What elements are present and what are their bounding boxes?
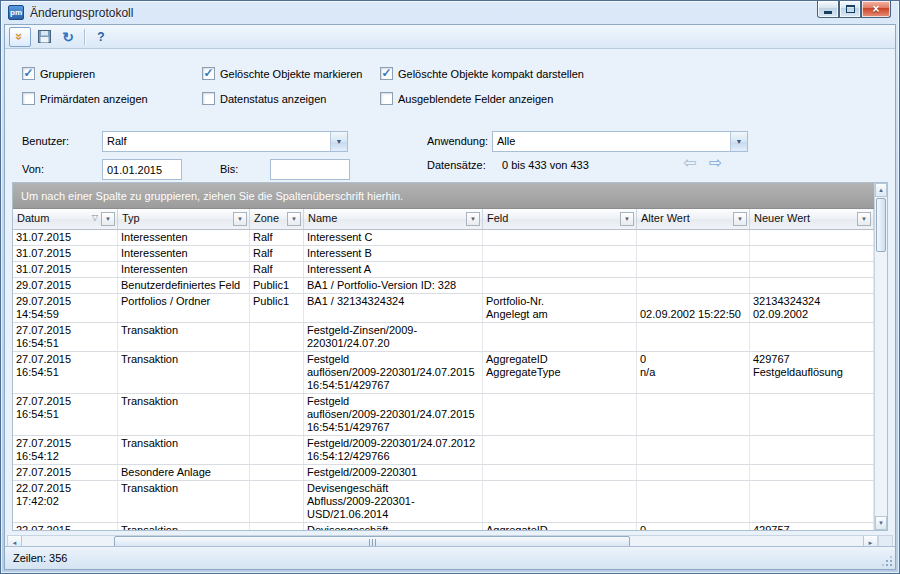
scroll-down-icon[interactable]: ▼ <box>875 516 887 530</box>
cell-zone <box>250 465 304 480</box>
checkbox-datenstatus-anzeigen[interactable]: Datenstatus anzeigen <box>202 92 380 105</box>
to-date-input[interactable] <box>270 159 350 180</box>
chevron-down-icon[interactable]: ▼ <box>730 132 747 151</box>
checkbox-gruppieren[interactable]: ✓Gruppieren <box>22 67 202 80</box>
cell-datum: 29.07.2015 14:54:59 <box>13 294 118 322</box>
column-header-name[interactable]: Name▼ <box>304 209 483 229</box>
checkbox-ausgeblendete-felder-anzeigen[interactable]: Ausgeblendete Felder anzeigen <box>380 92 885 105</box>
cell-datum: 31.07.2015 16:46:02 <box>13 262 118 277</box>
thumb-grip-icon <box>372 539 373 546</box>
help-icon: ? <box>97 30 104 44</box>
column-header-zone[interactable]: Zone▼ <box>250 209 304 229</box>
close-button[interactable]: × <box>861 1 891 18</box>
filter-panel: ✓Gruppieren✓Gelöschte Objekte markieren✓… <box>5 49 895 182</box>
group-by-bar[interactable]: Um nach einer Spalte zu gruppieren, zieh… <box>13 183 874 209</box>
cell-typ: Besondere Anlage <box>118 465 250 480</box>
table-row[interactable]: 27.07.2015 16:54:11Besondere AnlageFestg… <box>13 465 874 481</box>
cell-name: BA1 / 32134324324 <box>304 294 483 322</box>
from-label: Von: <box>22 163 44 175</box>
checkbox-label: Gelöschte Objekte kompakt darstellen <box>398 68 584 80</box>
cell-neuer <box>750 278 874 293</box>
cell-zone: Ralf <box>250 230 304 245</box>
cell-neuer <box>750 246 874 261</box>
cell-feld <box>483 465 637 480</box>
filter-dropdown-datum[interactable]: ▼ <box>101 212 115 226</box>
window-title: Änderungsprotokoll <box>30 6 133 20</box>
cell-datum: 27.07.2015 16:54:12 <box>13 436 118 464</box>
cell-zone: Ralf <box>250 262 304 277</box>
checkbox-label: Datenstatus anzeigen <box>220 93 326 105</box>
column-header-alter[interactable]: Alter Wert▼ <box>637 209 750 229</box>
table-row[interactable]: 22.07.2015 17:42:02TransaktionDevisenges… <box>13 523 874 530</box>
filter-dropdown-zone[interactable]: ▼ <box>287 212 301 226</box>
cell-zone <box>250 323 304 351</box>
cell-name: Festgeld-Zinsen/2009-220301/24.07.20 15 … <box>304 323 483 351</box>
from-date-input[interactable] <box>102 159 182 180</box>
cell-feld <box>483 230 637 245</box>
filter-dropdown-feld[interactable]: ▼ <box>620 212 634 226</box>
table-row[interactable]: 29.07.2015 14:54:59Portfolios / OrdnerPu… <box>13 294 874 323</box>
window: pm Änderungsprotokoll × » ↻ ? <box>0 0 900 574</box>
filter-dropdown-neuer[interactable]: ▼ <box>857 212 871 226</box>
cell-alter: 02.09.2002 15:22:50 <box>637 294 750 322</box>
column-header-datum[interactable]: Datum▽▼ <box>13 209 118 229</box>
vertical-scrollbar-thumb[interactable] <box>876 198 886 252</box>
column-label: Datum <box>17 212 49 224</box>
resize-grip[interactable] <box>881 555 893 567</box>
column-header-neuer[interactable]: Neuer Wert▼ <box>750 209 874 229</box>
cell-neuer <box>750 394 874 435</box>
cell-datum: 27.07.2015 16:54:11 <box>13 465 118 480</box>
table-row[interactable]: 31.07.2015 16:46:02InteressentenRalfInte… <box>13 262 874 278</box>
application-label: Anwendung: <box>427 135 488 147</box>
table-row[interactable]: 27.07.2015 16:54:51TransaktionFestgeld-Z… <box>13 323 874 352</box>
cell-alter <box>637 246 750 261</box>
chevron-down-icon[interactable]: ▼ <box>330 132 347 151</box>
filter-dropdown-name[interactable]: ▼ <box>466 212 480 226</box>
column-header-typ[interactable]: Typ▼ <box>118 209 250 229</box>
minimize-button[interactable] <box>817 1 839 18</box>
filter-dropdown-alter[interactable]: ▼ <box>733 212 747 226</box>
column-header-feld[interactable]: Feld▼ <box>483 209 637 229</box>
close-icon: × <box>872 3 879 15</box>
column-label: Typ <box>122 212 140 224</box>
filter-dropdown-typ[interactable]: ▼ <box>233 212 247 226</box>
table-row[interactable]: 31.07.2015 16:49:08InteressentenRalfInte… <box>13 230 874 246</box>
records-label: Datensätze: <box>427 159 486 171</box>
checkbox-primärdaten-anzeigen[interactable]: Primärdaten anzeigen <box>22 92 202 105</box>
table-row[interactable]: 31.07.2015 16:48:19InteressentenRalfInte… <box>13 246 874 262</box>
cell-datum: 22.07.2015 17:42:02 <box>13 523 118 530</box>
cell-neuer <box>750 465 874 480</box>
cell-feld <box>483 262 637 277</box>
previous-page-arrow-icon[interactable]: ⇦ <box>683 155 696 171</box>
collapse-filter-panel-button[interactable]: » <box>9 27 31 47</box>
scroll-up-icon[interactable]: ▲ <box>875 183 887 197</box>
table-row[interactable]: 29.07.2015 14:54:59Benutzerdefiniertes F… <box>13 278 874 294</box>
cell-zone: Public1 <box>250 278 304 293</box>
next-page-arrow-icon[interactable]: ⇨ <box>709 155 722 171</box>
cell-datum: 27.07.2015 16:54:51 <box>13 323 118 351</box>
cell-alter <box>637 278 750 293</box>
checkbox-checked-icon: ✓ <box>202 67 215 80</box>
user-combobox[interactable]: Ralf ▼ <box>102 131 348 152</box>
checkbox-unchecked-icon <box>22 92 35 105</box>
to-label: Bis: <box>220 163 238 175</box>
cell-typ: Portfolios / Ordner <box>118 294 250 322</box>
table-row[interactable]: 27.07.2015 16:54:51TransaktionFestgeld a… <box>13 352 874 394</box>
help-button[interactable]: ? <box>90 27 112 47</box>
table-row[interactable]: 22.07.2015 17:42:02TransaktionDevisenges… <box>13 481 874 523</box>
vertical-scrollbar[interactable]: ▲ ▼ <box>874 183 887 530</box>
application-combobox[interactable]: Alle ▼ <box>492 131 748 152</box>
cell-typ: Transaktion <box>118 436 250 464</box>
titlebar[interactable]: pm Änderungsprotokoll × <box>1 1 899 24</box>
cell-zone <box>250 352 304 393</box>
table-row[interactable]: 27.07.2015 16:54:51TransaktionFestgeld a… <box>13 394 874 436</box>
cell-neuer: 32134324324 02.09.2002 <box>750 294 874 322</box>
table-row[interactable]: 27.07.2015 16:54:12TransaktionFestgeld/2… <box>13 436 874 465</box>
maximize-button[interactable] <box>839 1 861 18</box>
refresh-button[interactable]: ↻ <box>57 27 79 47</box>
checkbox-gelöschte-objekte-markieren[interactable]: ✓Gelöschte Objekte markieren <box>202 67 380 80</box>
cell-alter <box>637 230 750 245</box>
export-button[interactable] <box>33 27 55 47</box>
checkbox-gelöschte-objekte-kompakt-darstellen[interactable]: ✓Gelöschte Objekte kompakt darstellen <box>380 67 885 80</box>
checkbox-label: Gelöschte Objekte markieren <box>220 68 362 80</box>
